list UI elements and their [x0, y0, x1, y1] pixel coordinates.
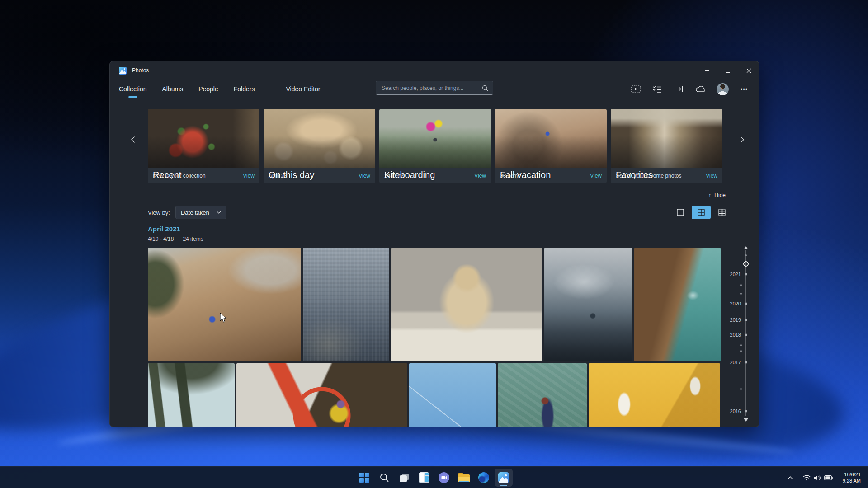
- taskbar-search-button[interactable]: [375, 469, 393, 487]
- task-view-button[interactable]: [395, 469, 413, 487]
- photo-thumbnail[interactable]: [498, 363, 587, 427]
- carousel-card-favorites[interactable]: Favorites See all your favorite photos V…: [611, 109, 722, 183]
- select-button[interactable]: [649, 81, 666, 97]
- chevron-left-icon: [131, 136, 135, 143]
- search-box[interactable]: [376, 81, 493, 95]
- slideshow-icon: [631, 85, 641, 93]
- date-group-title[interactable]: April 2021: [148, 225, 180, 233]
- see-more-button[interactable]: •••: [736, 81, 753, 97]
- tray-overflow-button[interactable]: [784, 474, 797, 482]
- photo-thumbnail[interactable]: [634, 248, 721, 361]
- photo-thumbnail[interactable]: [236, 363, 407, 427]
- photo-thumbnail[interactable]: [148, 248, 301, 361]
- hide-label: Hide: [714, 192, 726, 198]
- timeline-position-indicator[interactable]: [743, 261, 749, 267]
- carousel-next-button[interactable]: [736, 134, 748, 145]
- photos-app-icon: [119, 67, 127, 75]
- timeline-dot[interactable]: [745, 254, 747, 256]
- tab-video-editor[interactable]: Video Editor: [286, 79, 320, 99]
- small-grid-toggle[interactable]: [715, 206, 729, 219]
- edge-button[interactable]: [475, 469, 493, 487]
- photo-thumbnail[interactable]: [148, 363, 235, 427]
- timeline-dot[interactable]: [740, 293, 742, 295]
- slideshow-button[interactable]: [627, 81, 644, 97]
- carousel-card-on-this-day[interactable]: On this day April 23 View: [264, 109, 375, 183]
- date-group-details: 4/10 - 4/18 24 items: [148, 236, 203, 242]
- photo-thumbnail[interactable]: [544, 248, 632, 361]
- close-button[interactable]: [738, 61, 759, 80]
- card-thumbnail: [611, 109, 722, 168]
- timeline-year-2021[interactable]: 2021: [725, 271, 756, 277]
- tab-divider: [270, 84, 270, 94]
- titlebar[interactable]: Photos: [110, 61, 759, 80]
- carousel-card-fall-vacation[interactable]: Fall vacation 38 items View: [495, 109, 607, 183]
- import-button[interactable]: [670, 81, 688, 97]
- timeline-year-2017[interactable]: 2017: [725, 359, 756, 366]
- photo-grid-row: [148, 248, 721, 361]
- chat-button[interactable]: [435, 469, 453, 487]
- photo-grid-row: [148, 363, 720, 427]
- cloud-icon: [695, 85, 706, 93]
- carousel-card-kiteboarding[interactable]: Kiteboarding 24 items View: [379, 109, 491, 183]
- chevron-up-icon: [788, 476, 793, 479]
- view-options-bar: View by: Date taken: [148, 205, 729, 220]
- view-link[interactable]: View: [474, 173, 486, 179]
- view-link[interactable]: View: [359, 173, 370, 179]
- tab-folders[interactable]: Folders: [234, 79, 255, 99]
- tab-collection[interactable]: Collection: [119, 79, 146, 99]
- file-explorer-icon: [458, 473, 470, 482]
- sort-dropdown-value: Date taken: [181, 209, 209, 216]
- minimize-button[interactable]: [697, 61, 717, 80]
- window-title: Photos: [132, 67, 149, 74]
- view-by-label: View by:: [148, 209, 170, 216]
- collection-carousel: Recent New in your collection View On th…: [148, 109, 722, 183]
- view-link[interactable]: View: [243, 173, 255, 179]
- timeline-year-2019[interactable]: 2019: [725, 317, 756, 323]
- timeline-year-2018[interactable]: 2018: [725, 332, 756, 338]
- tab-albums[interactable]: Albums: [162, 79, 183, 99]
- timeline-year-2016[interactable]: 2016: [725, 408, 756, 414]
- carousel-card-recent[interactable]: Recent New in your collection View: [148, 109, 259, 183]
- photo-thumbnail[interactable]: [391, 248, 542, 361]
- carousel-previous-button[interactable]: [127, 134, 139, 145]
- card-thumbnail: [148, 109, 259, 168]
- search-icon[interactable]: [482, 85, 488, 91]
- widgets-icon: [419, 472, 429, 483]
- sort-dropdown[interactable]: Date taken: [175, 206, 226, 219]
- view-link[interactable]: View: [706, 173, 717, 179]
- widgets-button[interactable]: [415, 469, 433, 487]
- start-button[interactable]: [355, 469, 373, 487]
- search-icon: [379, 473, 389, 483]
- onedrive-button[interactable]: [692, 81, 709, 97]
- file-explorer-button[interactable]: [455, 469, 473, 487]
- scroll-up-icon[interactable]: [744, 246, 748, 249]
- large-grid-toggle-selected[interactable]: [692, 206, 711, 219]
- tray-date: 10/6/21: [843, 471, 861, 478]
- maximize-button[interactable]: [717, 61, 738, 80]
- photos-taskbar-button[interactable]: [495, 469, 513, 487]
- tray-status-icons[interactable]: [799, 472, 836, 483]
- arrow-up-icon: ↑: [708, 192, 712, 198]
- photo-thumbnail[interactable]: [303, 248, 389, 361]
- timeline-year-2020[interactable]: 2020: [725, 300, 756, 307]
- system-tray: 10/6/21 9:28 AM: [784, 467, 864, 488]
- taskbar-clock[interactable]: 10/6/21 9:28 AM: [839, 469, 864, 486]
- tab-people[interactable]: People: [198, 79, 218, 99]
- edge-icon: [478, 472, 489, 483]
- search-input[interactable]: [376, 85, 482, 91]
- view-link[interactable]: View: [590, 173, 602, 179]
- hide-carousel-button[interactable]: ↑ Hide: [705, 190, 729, 200]
- photo-thumbnail[interactable]: [589, 363, 720, 427]
- timeline-scrollbar[interactable]: 2021 2020 2019 2018 2017 2016: [725, 244, 756, 422]
- scroll-down-icon[interactable]: [744, 418, 748, 422]
- timeline-dot[interactable]: [740, 350, 742, 352]
- photo-thumbnail[interactable]: [409, 363, 496, 427]
- timeline-dot[interactable]: [740, 344, 742, 346]
- timeline-dot[interactable]: [740, 388, 742, 390]
- timeline-dot[interactable]: [740, 284, 742, 286]
- task-view-icon: [399, 472, 410, 483]
- small-grid-icon: [718, 209, 726, 216]
- command-bar: •••: [627, 81, 753, 97]
- single-view-toggle[interactable]: [673, 206, 688, 219]
- account-button[interactable]: [714, 81, 731, 97]
